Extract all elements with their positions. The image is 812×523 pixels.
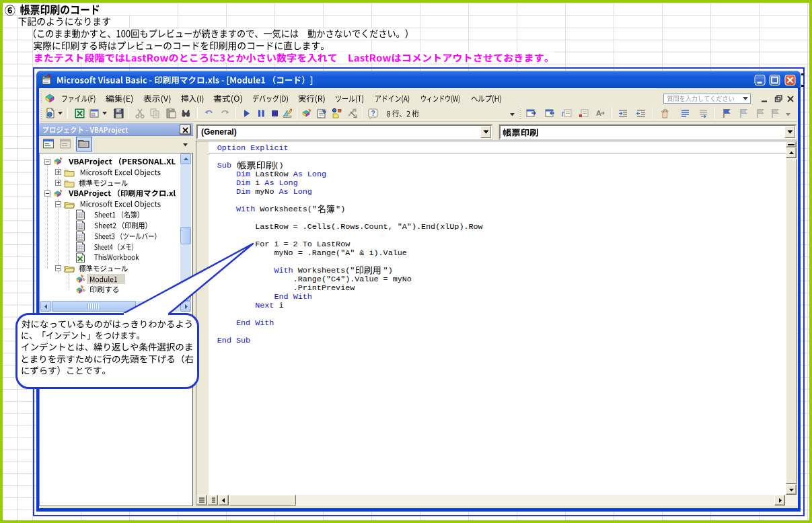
svg-text:A: A (596, 109, 601, 117)
svg-text:?: ? (371, 110, 375, 117)
